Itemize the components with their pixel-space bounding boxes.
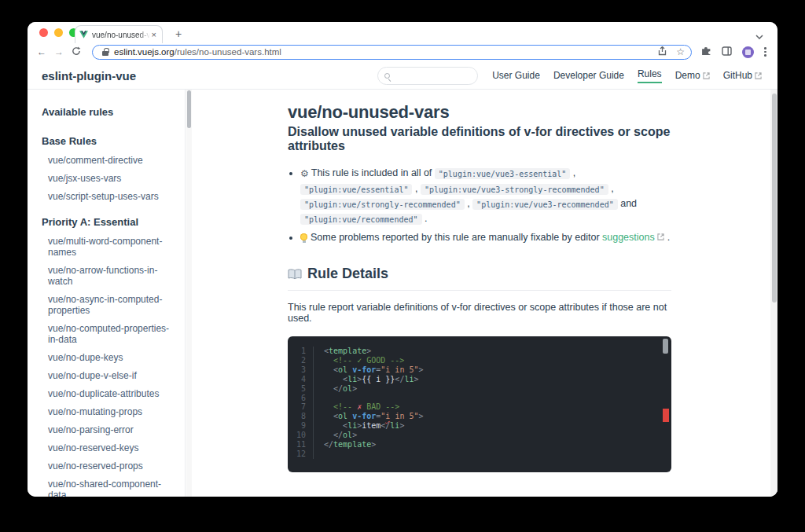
new-tab-button[interactable]: + [171, 26, 186, 42]
site-header: eslint-plugin-vue User Guide Developer G… [28, 62, 777, 90]
suggestions-link[interactable]: suggestions [602, 232, 655, 243]
traffic-lights [39, 28, 78, 37]
line-number: 5 [288, 384, 306, 394]
page-scrollbar[interactable] [770, 90, 777, 497]
sidebar-item[interactable]: vue/no-shared-component-data [48, 479, 174, 497]
config-badge: "plugin:vue/recommended" [300, 214, 422, 225]
sidebar-item[interactable]: vue/no-reserved-props [48, 460, 174, 471]
close-window-button[interactable] [39, 28, 48, 37]
line-number: 9 [288, 421, 306, 431]
chevron-down-icon[interactable] [755, 28, 763, 42]
bookmark-star-icon[interactable]: ☆ [676, 46, 685, 57]
search-icon [384, 73, 390, 79]
line-number: 3 [288, 365, 306, 375]
config-badge: "plugin:vue/vue3-strongly-recommended" [421, 184, 608, 195]
nav-github[interactable]: GitHub [723, 70, 762, 81]
config-badge: "plugin:vue/vue3-recommended" [472, 199, 618, 210]
forward-icon[interactable]: → [54, 46, 64, 57]
code-line: </ol> [324, 431, 671, 440]
badge-separator: , [608, 183, 614, 194]
sidebar-item[interactable]: vue/no-async-in-computed-properties [48, 294, 174, 316]
sidebar-item[interactable]: vue/multi-word-component-names [48, 236, 174, 258]
code-scrollbar-thumb[interactable] [663, 339, 668, 354]
sidebar-item[interactable]: vue/no-reserved-keys [48, 442, 174, 453]
line-number: 11 [288, 440, 306, 449]
browser-menu-icon[interactable] [764, 47, 766, 57]
sidebar-item[interactable]: vue/no-dupe-v-else-if [48, 370, 174, 381]
profile-avatar[interactable] [742, 46, 754, 58]
share-icon[interactable] [658, 46, 667, 58]
line-number: 2 [288, 356, 306, 365]
code-example-block: 123456789101112 <template> <!-- ✓ GOOD -… [288, 336, 671, 472]
code-line: </ol> [324, 384, 671, 394]
sidebar-item[interactable]: vue/no-dupe-keys [48, 352, 174, 363]
tab-close-icon[interactable]: × [150, 30, 158, 39]
sidebar-item[interactable]: vue/comment-directive [48, 155, 174, 166]
line-number: 7 [288, 402, 306, 412]
page-scrollbar-thumb[interactable] [772, 94, 777, 303]
code-line [324, 449, 671, 459]
badge-separator: , [570, 167, 575, 178]
config-badge: "plugin:vue/strongly-recommended" [300, 199, 465, 210]
note-presets-text: This rule is included in all of [311, 167, 435, 178]
sidebar-item[interactable]: vue/no-duplicate-attributes [48, 388, 174, 399]
line-number: 12 [288, 449, 306, 459]
browser-tab[interactable]: vue/no-unused-vars | eslint-pl × [75, 25, 163, 43]
rule-details-heading: Rule Details [288, 266, 671, 291]
rule-subtitle: Disallow unused variable definitions of … [288, 125, 671, 153]
search-input[interactable] [395, 71, 465, 80]
line-number: 8 [288, 412, 306, 421]
badge-separator: and [618, 198, 637, 209]
main-content: vue/no-unused-vars Disallow unused varia… [186, 90, 777, 497]
reload-icon[interactable] [72, 46, 81, 58]
external-link-icon [657, 233, 664, 240]
sidebar-item[interactable]: vue/no-arrow-functions-in-watch [48, 265, 174, 287]
config-badge: "plugin:vue/essential" [300, 184, 412, 195]
code-line: <!-- ✗ BAD --> [324, 402, 671, 412]
url-bar[interactable]: eslint.vuejs.org/rules/no-unused-vars.ht… [92, 45, 692, 60]
code-line: <!-- ✓ GOOD --> [324, 356, 671, 365]
url-text[interactable]: eslint.vuejs.org/rules/no-unused-vars.ht… [114, 47, 649, 57]
browser-window: vue/no-unused-vars | eslint-pl × + ← → e… [28, 22, 777, 497]
search-box[interactable] [377, 67, 478, 85]
note-suggestions-text: Some problems reported by this rule are … [311, 232, 602, 243]
site-brand[interactable]: eslint-plugin-vue [42, 69, 377, 83]
nav-developer-guide[interactable]: Developer Guide [553, 70, 624, 81]
sidebar-title: Available rules [42, 106, 174, 118]
sidebar-item[interactable]: vue/jsx-uses-vars [48, 173, 174, 184]
sidebar-item[interactable]: vue/no-computed-properties-in-data [48, 323, 174, 345]
config-badge: "plugin:vue/vue3-essential" [435, 168, 571, 179]
sidebar-item[interactable]: vue/no-mutating-props [48, 406, 174, 417]
badge-separator: , [465, 198, 472, 209]
url-domain: eslint.vuejs.org [114, 47, 175, 57]
sidebar-scrollbar-thumb[interactable] [187, 90, 191, 128]
sidebar-item[interactable]: vue/no-parsing-error [48, 424, 174, 435]
code-lines: <template> <!-- ✓ GOOD --> <ol v-for="i … [314, 347, 671, 459]
lock-icon [102, 51, 108, 56]
minimize-window-button[interactable] [54, 28, 63, 37]
back-icon[interactable]: ← [37, 46, 46, 57]
note-suffix: . [664, 232, 670, 243]
sidebar-section-heading: Base Rules [42, 135, 174, 147]
line-number: 4 [288, 375, 306, 384]
code-line: <template> [324, 347, 671, 356]
tab-title: vue/no-unused-vars | eslint-pl [92, 31, 150, 39]
note-suggestions: Some problems reported by this rule are … [288, 230, 671, 245]
sidebar-item[interactable]: vue/script-setup-uses-vars [48, 191, 174, 202]
nav-demo[interactable]: Demo [675, 70, 710, 81]
book-icon [288, 269, 302, 280]
sidebar-sections: Base Rulesvue/comment-directivevue/jsx-u… [42, 135, 174, 497]
nav-rules[interactable]: Rules [638, 68, 662, 83]
line-number: 6 [288, 394, 306, 403]
note-presets: ⚙This rule is included in all of "plugin… [288, 166, 671, 226]
sidebar-scrollbar[interactable] [186, 90, 192, 497]
vue-logo-favicon [79, 28, 88, 42]
tab-strip: vue/no-unused-vars | eslint-pl × + [28, 22, 777, 43]
nav-user-guide[interactable]: User Guide [492, 70, 540, 81]
side-panel-icon[interactable] [722, 45, 732, 59]
badge-separator: , [412, 183, 420, 194]
extensions-puzzle-icon[interactable] [701, 45, 711, 59]
error-marker [663, 409, 669, 422]
page-body: Available rules Base Rulesvue/comment-di… [28, 90, 777, 497]
code-line: <li>item</li> [324, 421, 671, 431]
